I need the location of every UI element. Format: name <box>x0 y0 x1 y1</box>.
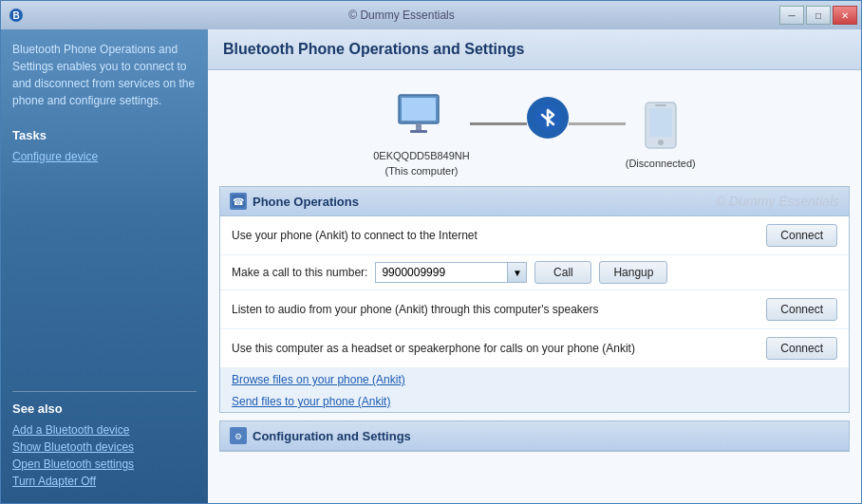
maximize-button[interactable]: □ <box>806 6 831 25</box>
title-bar: B © Dummy Essentials ─ □ ✕ <box>1 1 861 29</box>
internet-connect-button[interactable]: Connect <box>766 224 837 247</box>
watermark-phone-ops: © Dummy Essentials <box>549 194 839 209</box>
content-area: Bluetooth Phone Operations and Settings <box>208 29 861 503</box>
content-body: 0EKQQDD5B849NH (This computer) <box>208 70 861 503</box>
tasks-title: Tasks <box>12 128 197 142</box>
see-also-section: See also Add a Bluetooth device Show Blu… <box>12 380 197 492</box>
internet-op-text: Use your phone (Ankit) to connect to the… <box>232 229 759 242</box>
open-settings-link[interactable]: Open Bluetooth settings <box>12 457 197 471</box>
call-op-text: Make a call to this number: <box>232 266 367 279</box>
window-controls: ─ □ ✕ <box>779 6 857 25</box>
show-bluetooth-link[interactable]: Show Bluetooth devices <box>12 440 197 454</box>
svg-rect-3 <box>402 98 436 121</box>
config-section: ⚙ Configuration and Settings <box>219 420 850 452</box>
configure-device-link[interactable]: Configure device <box>12 150 197 163</box>
phone-icon <box>632 97 689 154</box>
svg-text:B: B <box>12 10 19 21</box>
phone-label: (Disconnected) <box>626 158 696 169</box>
phone-device: (Disconnected) <box>626 97 696 169</box>
svg-rect-4 <box>416 123 422 131</box>
page-title: Bluetooth Phone Operations and Settings <box>223 41 846 58</box>
hangup-button[interactable]: Hangup <box>599 261 667 284</box>
headset-operation-row: Use this computer as a headset or speake… <box>220 329 849 368</box>
sidebar: Bluetooth Phone Operations and Settings … <box>1 29 208 503</box>
phone-operations-section: ☎ Phone Operations © Dummy Essentials Us… <box>219 186 850 413</box>
window-icon: B <box>9 8 24 23</box>
internet-operation-row: Use your phone (Ankit) to connect to the… <box>220 216 849 255</box>
bluetooth-icon <box>527 97 569 139</box>
config-title: Configuration and Settings <box>253 429 839 443</box>
left-connector <box>470 122 527 125</box>
phone-number-input-wrapper: ▼ <box>375 262 527 283</box>
audio-operation-row: Listen to audio from your phone (Ankit) … <box>220 290 849 329</box>
window-title: © Dummy Essentials <box>24 9 779 22</box>
browse-files-link[interactable]: Browse files on your phone (Ankit) <box>232 373 405 386</box>
right-connector <box>569 122 626 125</box>
svg-rect-9 <box>655 104 666 106</box>
window-body: Bluetooth Phone Operations and Settings … <box>1 29 861 503</box>
minimize-button[interactable]: ─ <box>779 6 804 25</box>
call-operation-row: Make a call to this number: ▼ Call Hangu… <box>220 255 849 290</box>
send-files-link[interactable]: Send files to your phone (Ankit) <box>232 395 390 408</box>
computer-sublabel: (This computer) <box>384 165 458 177</box>
tasks-section: Tasks Configure device <box>12 128 197 167</box>
svg-point-10 <box>658 140 664 145</box>
content-header: Bluetooth Phone Operations and Settings <box>208 29 861 70</box>
headset-connect-button[interactable]: Connect <box>766 337 837 360</box>
close-button[interactable]: ✕ <box>833 6 857 25</box>
turn-adapter-off-link[interactable]: Turn Adapter Off <box>12 475 197 488</box>
see-also-title: See also <box>12 391 197 416</box>
phone-ops-title: Phone Operations <box>253 195 543 209</box>
call-button[interactable]: Call <box>534 261 591 284</box>
browse-files-row: Browse files on your phone (Ankit) <box>220 368 849 390</box>
svg-rect-5 <box>410 130 427 133</box>
add-bluetooth-link[interactable]: Add a Bluetooth device <box>12 423 197 437</box>
headset-op-text: Use this computer as a headset or speake… <box>232 342 759 355</box>
main-window: B © Dummy Essentials ─ □ ✕ Bluetooth Pho… <box>0 0 862 504</box>
config-icon: ⚙ <box>230 427 247 444</box>
audio-op-text: Listen to audio from your phone (Ankit) … <box>232 303 759 316</box>
send-files-row: Send files to your phone (Ankit) <box>220 390 849 412</box>
svg-text:⚙: ⚙ <box>234 432 242 441</box>
phone-dropdown-button[interactable]: ▼ <box>507 263 526 282</box>
config-header: ⚙ Configuration and Settings <box>220 421 849 451</box>
connection-diagram: 0EKQQDD5B849NH (This computer) <box>208 70 861 186</box>
phone-operations-header: ☎ Phone Operations © Dummy Essentials <box>220 187 849 216</box>
phone-ops-icon: ☎ <box>230 193 247 210</box>
svg-text:☎: ☎ <box>233 196 244 207</box>
phone-number-input[interactable] <box>376 263 507 282</box>
svg-rect-8 <box>649 108 672 137</box>
computer-icon <box>393 89 450 146</box>
audio-connect-button[interactable]: Connect <box>766 298 837 321</box>
computer-device: 0EKQQDD5B849NH (This computer) <box>373 89 470 177</box>
computer-name: 0EKQQDD5B849NH <box>373 150 470 161</box>
sidebar-description: Bluetooth Phone Operations and Settings … <box>12 41 197 109</box>
